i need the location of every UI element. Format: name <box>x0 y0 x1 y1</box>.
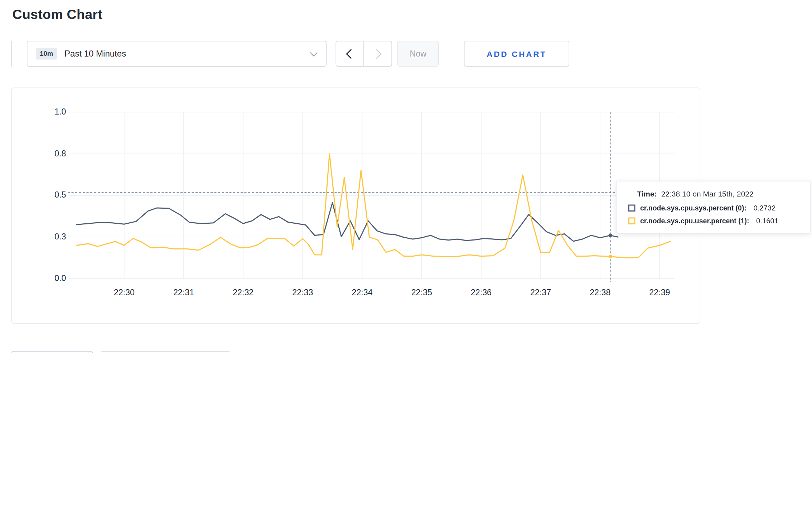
x-tick-label: 22:38 <box>590 288 610 297</box>
chart-controls-row: Units: Count REMOVE CHART <box>11 351 812 353</box>
x-tick-label: 22:37 <box>530 288 551 297</box>
tooltip-time-label: Time: <box>637 190 657 198</box>
chevron-left-icon <box>346 49 356 59</box>
toolbar-divider <box>11 41 12 67</box>
time-range-select[interactable]: 10m Past 10 Minutes <box>27 41 327 67</box>
series-swatch-icon <box>628 205 635 212</box>
y-tick-label: 0.3 <box>15 232 66 241</box>
tooltip-series-name: cr.node.sys.cpu.user.percent (1): <box>640 217 749 225</box>
tooltip-series-value: 0.2732 <box>753 204 775 212</box>
x-tick-label: 22:31 <box>173 288 194 297</box>
y-tick-label: 0.5 <box>15 190 66 200</box>
custom-chart-page: Custom Chart 10m Past 10 Minutes Now ADD… <box>0 0 812 353</box>
tooltip-series-name: cr.node.sys.cpu.sys.percent (0): <box>640 204 746 212</box>
tooltip-time: Time:22:38:10 on Mar 15th, 2022 <box>637 190 801 198</box>
chart-plot-area[interactable] <box>68 112 675 283</box>
chevron-down-icon <box>310 49 317 56</box>
x-tick-label: 22:34 <box>352 288 372 297</box>
series-swatch-icon <box>628 218 635 225</box>
chevron-right-icon <box>372 49 382 59</box>
y-tick-label: 0.0 <box>15 273 66 283</box>
x-axis-labels: 22:3022:3122:3222:3322:3422:3522:3622:37… <box>68 288 675 300</box>
units-select[interactable]: Units: Count <box>11 351 93 353</box>
time-range-badge: 10m <box>36 48 57 60</box>
add-chart-button[interactable]: ADD CHART <box>464 41 569 67</box>
now-button[interactable]: Now <box>397 41 439 67</box>
y-tick-label: 1.0 <box>15 107 66 117</box>
toolbar: 10m Past 10 Minutes Now ADD CHART <box>0 41 812 67</box>
y-tick-label: 0.8 <box>15 149 66 158</box>
x-tick-label: 22:35 <box>411 288 432 297</box>
tooltip-series-row: cr.node.sys.cpu.sys.percent (0): 0.2732 <box>628 204 801 212</box>
time-range-label: Past 10 Minutes <box>64 49 126 59</box>
next-time-button[interactable] <box>364 41 392 67</box>
tooltip-series-value: 0.1601 <box>756 217 778 225</box>
chart-tooltip: Time:22:38:10 on Mar 15th, 2022 cr.node.… <box>616 181 811 234</box>
x-tick-label: 22:39 <box>649 288 670 297</box>
chart-canvas[interactable] <box>68 112 675 283</box>
time-pager <box>336 41 392 67</box>
page-title: Custom Chart <box>0 0 812 22</box>
chart-card: 0.00.30.50.81.0 22:3022:3122:3222:3322:3… <box>11 88 701 324</box>
x-tick-label: 22:30 <box>114 288 135 297</box>
x-tick-label: 22:33 <box>292 288 313 297</box>
tooltip-series-row: cr.node.sys.cpu.user.percent (1): 0.1601 <box>628 217 801 225</box>
x-tick-label: 22:36 <box>471 288 492 297</box>
y-axis-labels: 0.00.30.50.81.0 <box>12 112 66 279</box>
remove-chart-button[interactable]: REMOVE CHART <box>100 351 230 353</box>
x-tick-label: 22:32 <box>233 288 253 297</box>
prev-time-button[interactable] <box>336 41 364 67</box>
tooltip-time-value: 22:38:10 on Mar 15th, 2022 <box>661 190 754 198</box>
